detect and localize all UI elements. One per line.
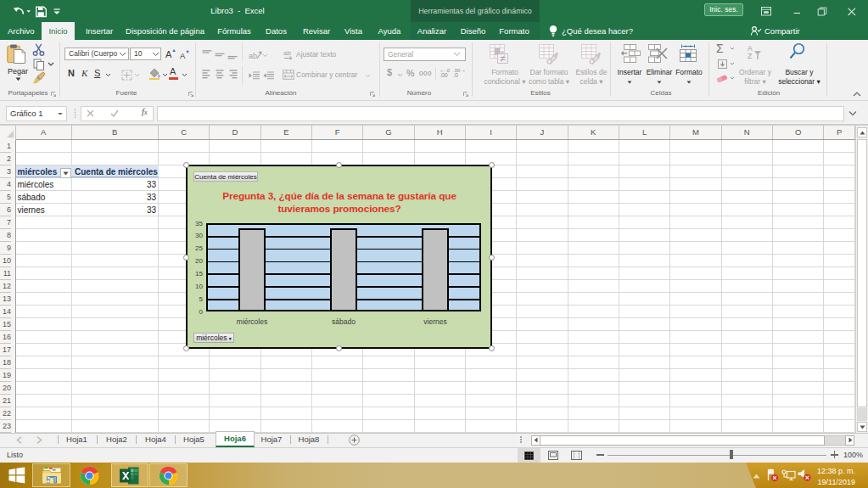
svg-text:Z: Z	[748, 52, 752, 60]
svg-text:ab: ab	[249, 52, 257, 60]
svg-text:ab: ab	[283, 49, 291, 57]
